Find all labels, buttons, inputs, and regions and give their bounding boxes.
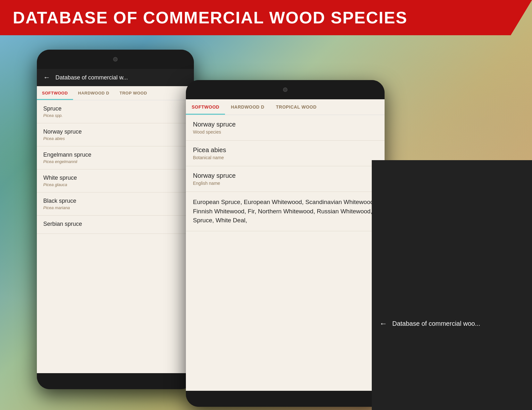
phone-left-bottom-bar: [37, 373, 194, 389]
detail-item-title: Norway spruce: [193, 172, 378, 179]
tab-hardwood-right[interactable]: HARDWOOD D: [225, 99, 270, 115]
phone-left-body: ← Database of commercial w... SOFTWOOD H…: [37, 50, 194, 389]
list-item[interactable]: Spruce Picea spp.: [37, 100, 194, 123]
detail-item-botanical-name[interactable]: Picea abies Botanical name: [186, 141, 385, 166]
phone-left-toolbar: ← Database of commercial w...: [37, 69, 194, 86]
tab-tropical-left[interactable]: TROP WOOD: [114, 86, 152, 100]
phone-left: ← Database of commercial w... SOFTWOOD H…: [37, 50, 194, 389]
phone-right-camera: [283, 87, 287, 92]
tab-softwood-left[interactable]: SOFTWOOD: [37, 86, 73, 100]
tab-tropical-right[interactable]: TROPICAL WOOD: [270, 99, 322, 115]
tab-softwood-right[interactable]: SOFTWOOD: [186, 99, 225, 115]
phone-left-toolbar-title: Database of commercial w...: [55, 74, 128, 81]
banner-title: DATABASE OF COMMERCIAL WOOD SPECIES: [13, 8, 407, 27]
list-item[interactable]: Black spruce Picea mariana: [37, 193, 194, 216]
phone-left-screen: ← Database of commercial w... SOFTWOOD H…: [37, 69, 194, 373]
detail-item-synonyms[interactable]: European Spruce, European Whitewood, Sca…: [186, 192, 385, 231]
tab-hardwood-left[interactable]: HARDWOOD D: [73, 86, 114, 100]
item-subtitle: Picea spp.: [43, 113, 187, 118]
detail-item-title: Norway spruce: [193, 121, 378, 128]
phone-right: ← Database of commercial woo... SOFTWOOD…: [186, 80, 385, 407]
item-title: White spruce: [43, 175, 187, 181]
phone-right-body: ← Database of commercial woo... SOFTWOOD…: [186, 80, 385, 407]
phone-right-tabs: SOFTWOOD HARDWOOD D TROPICAL WOOD: [186, 99, 385, 115]
item-subtitle: Picea mariana: [43, 205, 187, 210]
phone-left-camera: [113, 57, 118, 62]
phone-left-top-bar: [37, 50, 194, 69]
phone-right-toolbar: ← Database of commercial woo...: [372, 160, 385, 391]
item-title: Spruce: [43, 105, 187, 112]
synonyms-text: European Spruce, European Whitewood, Sca…: [193, 198, 378, 225]
phone-left-tabs: SOFTWOOD HARDWOOD D TROP WOOD: [37, 86, 194, 100]
item-title: Engelmann spruce: [43, 152, 187, 158]
list-item[interactable]: White spruce Picea glauca: [37, 169, 194, 193]
item-title: Norway spruce: [43, 128, 187, 135]
list-item[interactable]: Engelmann spruce Picea engelmannii: [37, 146, 194, 169]
banner: DATABASE OF COMMERCIAL WOOD SPECIES: [0, 0, 532, 35]
detail-item-label: Botanical name: [193, 155, 378, 160]
phone-right-back-button[interactable]: ←: [379, 319, 385, 328]
list-item[interactable]: Serbian spruce: [37, 216, 194, 234]
phone-left-back-button[interactable]: ←: [43, 73, 50, 82]
item-subtitle: Picea glauca: [43, 182, 187, 187]
detail-item-title: Picea abies: [193, 146, 378, 154]
detail-item-label: English name: [193, 181, 378, 186]
detail-item-english-name[interactable]: Norway spruce English name: [186, 166, 385, 192]
item-subtitle: Picea abies: [43, 136, 187, 141]
phone-right-bottom-bar: [186, 391, 385, 407]
list-item[interactable]: Norway spruce Picea abies: [37, 123, 194, 146]
item-subtitle: Picea engelmannii: [43, 159, 187, 164]
item-title: Serbian spruce: [43, 221, 187, 227]
detail-item-wood-species[interactable]: Norway spruce Wood species: [186, 115, 385, 141]
phone-right-top-bar: [186, 80, 385, 99]
detail-item-label: Wood species: [193, 129, 378, 135]
phone-right-screen: ← Database of commercial woo... SOFTWOOD…: [186, 99, 385, 391]
item-title: Black spruce: [43, 198, 187, 204]
